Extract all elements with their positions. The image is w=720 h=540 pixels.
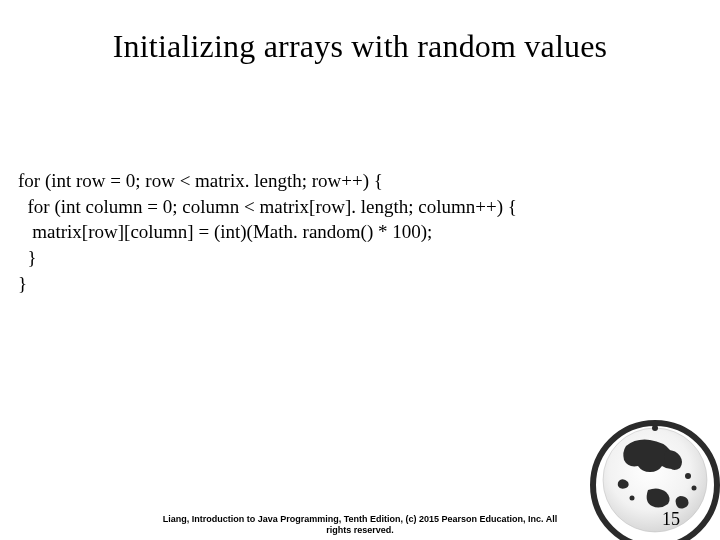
- footer-attribution: Liang, Introduction to Java Programming,…: [0, 514, 720, 537]
- code-line-5: }: [18, 273, 27, 294]
- slide: Initializing arrays with random values f…: [0, 0, 720, 540]
- svg-point-5: [630, 496, 635, 501]
- code-line-4: }: [18, 247, 37, 268]
- code-line-2: for (int column = 0; column < matrix[row…: [18, 196, 517, 217]
- code-line-3: matrix[row][column] = (int)(Math. random…: [18, 221, 432, 242]
- footer-line-1: Liang, Introduction to Java Programming,…: [163, 514, 558, 524]
- svg-point-6: [652, 425, 658, 431]
- svg-point-3: [685, 473, 691, 479]
- svg-point-4: [692, 486, 697, 491]
- page-number: 15: [662, 509, 680, 530]
- footer-line-2: rights reserved.: [326, 525, 394, 535]
- code-line-1: for (int row = 0; row < matrix. length; …: [18, 170, 383, 191]
- slide-title: Initializing arrays with random values: [0, 0, 720, 65]
- code-block: for (int row = 0; row < matrix. length; …: [18, 168, 700, 296]
